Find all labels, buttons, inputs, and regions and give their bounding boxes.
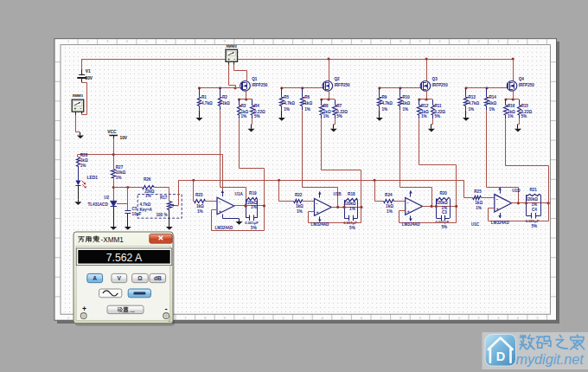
svg-text:-: - (165, 304, 168, 313)
svg-text:8: 8 (399, 317, 401, 320)
svg-text:R19: R19 (249, 191, 257, 196)
svg-text:IRFP250: IRFP250 (252, 83, 268, 87)
svg-text:R12: R12 (421, 104, 429, 108)
svg-text:2: 2 (478, 40, 480, 43)
svg-text:1kΩ: 1kΩ (323, 110, 331, 114)
svg-text:0: 0 (243, 317, 245, 320)
svg-text:6: 6 (361, 40, 362, 43)
svg-text:C3: C3 (442, 210, 447, 215)
svg-text:5: 5 (536, 40, 538, 43)
svg-text:3: 3 (497, 40, 499, 43)
svg-text:R17: R17 (160, 196, 168, 200)
svg-text:5%: 5% (521, 114, 527, 119)
svg-text:30V: 30V (86, 76, 93, 80)
svg-text:R5: R5 (284, 95, 289, 99)
svg-text:-XMM1: -XMM1 (101, 236, 125, 244)
svg-text:C5: C5 (132, 207, 137, 211)
svg-text:6: 6 (361, 317, 362, 320)
svg-text:7.562 A: 7.562 A (106, 252, 143, 264)
svg-text:R15: R15 (521, 104, 529, 108)
svg-text:+: + (496, 206, 499, 211)
svg-text:220kΩ: 220kΩ (344, 202, 356, 206)
svg-text:LM324AD: LM324AD (491, 221, 510, 225)
svg-text:U1A: U1A (235, 192, 244, 196)
svg-text:1%: 1% (421, 114, 427, 119)
svg-text:1%: 1% (349, 207, 355, 211)
svg-text:9: 9 (224, 317, 226, 320)
svg-text:D: D (496, 350, 505, 363)
svg-text:V1: V1 (86, 69, 91, 74)
svg-text:6: 6 (165, 40, 167, 43)
svg-text:R20: R20 (439, 191, 447, 196)
svg-text:8: 8 (399, 40, 401, 43)
svg-text:mydigit.net: mydigit.net (516, 351, 585, 367)
svg-text:2: 2 (283, 317, 284, 320)
svg-text:1kΩ: 1kΩ (402, 101, 410, 106)
svg-text:R16: R16 (508, 104, 515, 108)
svg-text:4: 4 (322, 317, 323, 320)
svg-text:R26: R26 (144, 177, 151, 182)
svg-text:0: 0 (438, 40, 440, 43)
svg-text:5%: 5% (349, 226, 355, 230)
svg-text:U1B: U1B (334, 192, 342, 196)
svg-text:1%: 1% (469, 107, 475, 112)
svg-text:1: 1 (263, 317, 265, 320)
svg-text:3: 3 (497, 317, 499, 320)
svg-text:100 %: 100 % (157, 213, 168, 217)
svg-text:U1D: U1D (512, 189, 521, 193)
svg-text:LM324AD: LM324AD (402, 222, 421, 227)
svg-text:1kΩ: 1kΩ (421, 110, 429, 114)
svg-text:2: 2 (478, 317, 480, 320)
svg-text:10V: 10V (120, 136, 128, 140)
svg-text:dB: dB (154, 275, 162, 281)
svg-text:R10: R10 (402, 95, 410, 99)
svg-text:1%: 1% (284, 107, 290, 112)
svg-text:0.001μF: 0.001μF (436, 220, 450, 224)
svg-text:R24: R24 (385, 193, 393, 197)
svg-text:2: 2 (87, 40, 89, 43)
svg-text:0: 0 (243, 40, 245, 43)
svg-text:0: 0 (438, 317, 440, 320)
svg-text:1%: 1% (323, 114, 329, 119)
svg-text:R14: R14 (489, 95, 497, 99)
svg-text:3: 3 (302, 317, 304, 320)
svg-text:1kΩ: 1kΩ (386, 204, 393, 208)
svg-text:R21: R21 (530, 188, 538, 192)
svg-text:1kΩ: 1kΩ (304, 101, 312, 106)
svg-text:IRFP250: IRFP250 (335, 83, 351, 87)
svg-text:IRFP250: IRFP250 (519, 83, 535, 87)
svg-text:8: 8 (204, 40, 206, 43)
svg-text:1kΩ: 1kΩ (80, 158, 88, 163)
svg-text:5: 5 (341, 40, 342, 43)
svg-text:XMM1: XMM1 (72, 93, 83, 98)
svg-text:Ω: Ω (137, 275, 143, 281)
svg-text:C4: C4 (532, 208, 537, 212)
svg-text:R11: R11 (434, 104, 442, 108)
svg-text:1kΩ: 1kΩ (489, 101, 497, 106)
svg-text:1kΩ: 1kΩ (475, 201, 483, 205)
svg-text:LM324AD: LM324AD (215, 226, 234, 230)
svg-text:7: 7 (380, 317, 382, 320)
svg-text:3: 3 (302, 40, 304, 43)
svg-text:0.22Ω: 0.22Ω (434, 110, 445, 114)
svg-text:Q4: Q4 (519, 77, 525, 81)
svg-text:5%: 5% (251, 226, 257, 230)
svg-text:4: 4 (126, 40, 128, 43)
svg-text:1%: 1% (489, 107, 495, 112)
svg-text:5%: 5% (441, 225, 447, 229)
svg-text:1%: 1% (387, 209, 393, 214)
svg-text:R7: R7 (336, 104, 342, 108)
svg-text:9: 9 (224, 40, 226, 43)
svg-text:Key=A: Key=A (140, 208, 153, 212)
svg-text:220kΩ: 220kΩ (526, 197, 538, 202)
svg-text:R18: R18 (348, 192, 355, 196)
svg-text:4.7kΩ: 4.7kΩ (381, 101, 393, 106)
svg-text:7: 7 (185, 317, 187, 320)
svg-text:Q3: Q3 (432, 77, 438, 81)
svg-text:0.22Ω: 0.22Ω (254, 110, 265, 114)
svg-text:R23: R23 (195, 193, 203, 197)
svg-text:5: 5 (145, 40, 147, 43)
svg-text:1kΩ: 1kΩ (508, 110, 515, 114)
svg-text:R27: R27 (116, 165, 124, 170)
svg-text:3: 3 (106, 40, 108, 43)
